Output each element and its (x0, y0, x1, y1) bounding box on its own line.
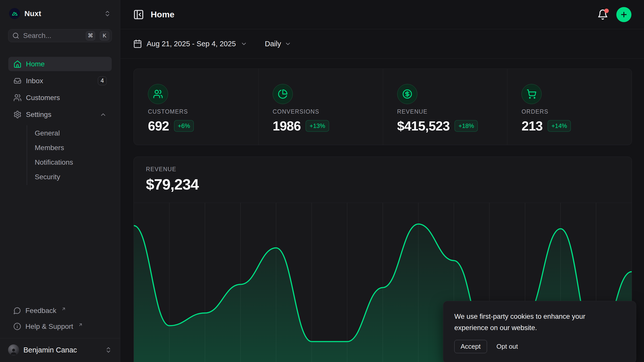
sidebar-collapse-button[interactable] (133, 9, 144, 20)
workspace-name: Nuxt (24, 9, 41, 18)
cookie-actions: Accept Opt out (454, 340, 625, 353)
workspace-switcher[interactable]: Nuxt (8, 6, 112, 22)
stat-value: 213 (521, 118, 543, 133)
nuxt-logo-icon (9, 8, 20, 19)
stat-value: 692 (148, 118, 169, 133)
sidebar-item-label: Customers (26, 94, 60, 102)
stat-card-orders[interactable]: ORDERS 213 +14% (507, 69, 632, 145)
stat-icon-badge (273, 84, 293, 104)
sidebar-nav: Home Inbox 4 Customers Settings General (8, 57, 112, 185)
stat-value: 1986 (273, 118, 301, 133)
stats-summary-card: CUSTOMERS 692 +6% CONVERSIONS 1986 +13% (134, 69, 632, 145)
header-actions (597, 7, 631, 22)
sidebar-item-notifications[interactable]: Notifications (35, 156, 112, 169)
revenue-value: $79,234 (146, 176, 620, 193)
chevron-down-icon (240, 40, 247, 47)
settings-subnav: General Members Notifications Security (27, 125, 112, 185)
opt-out-button[interactable]: Opt out (497, 343, 518, 350)
stat-change-badge: +13% (306, 120, 329, 132)
sidebar-footer: Benjamin Canac (0, 338, 120, 362)
help-support-label: Help & Support (25, 323, 73, 331)
notification-dot (604, 9, 609, 13)
plus-icon (620, 11, 628, 19)
stat-card-customers[interactable]: CUSTOMERS 692 +6% (134, 69, 258, 145)
avatar (8, 344, 19, 355)
inbox-count-badge: 4 (98, 76, 107, 85)
stat-card-revenue[interactable]: REVENUE $415,523 +18% (383, 69, 507, 145)
chevrons-up-down-icon (105, 346, 112, 353)
help-support-link[interactable]: Help & Support (8, 319, 112, 334)
accept-button[interactable]: Accept (454, 340, 487, 353)
stat-change-badge: +18% (455, 120, 478, 132)
sidebar: Nuxt Search... ⌘ K Home Inbox 4 Cust (0, 0, 120, 362)
external-link-icon (61, 306, 66, 311)
stat-value: $415,523 (397, 118, 450, 133)
chevron-up-icon (100, 111, 107, 118)
stat-change-badge: +6% (174, 120, 194, 132)
feedback-label: Feedback (25, 307, 56, 315)
notifications-button[interactable] (597, 9, 608, 20)
panel-left-close-icon (133, 9, 144, 20)
inbox-icon (13, 77, 22, 85)
stat-label: CUSTOMERS (148, 108, 244, 115)
calendar-icon (133, 39, 142, 48)
stat-icon-badge (397, 84, 417, 104)
home-icon (13, 60, 22, 68)
sidebar-item-members[interactable]: Members (35, 141, 112, 154)
message-bubble-icon (13, 307, 21, 314)
dashboard-root: Nuxt Search... ⌘ K Home Inbox 4 Cust (0, 0, 644, 362)
sidebar-item-label: Settings (26, 111, 51, 119)
shopping-cart-icon (527, 89, 537, 99)
filters-toolbar: Aug 21, 2025 - Sep 4, 2025 Daily (120, 29, 644, 59)
sidebar-secondary-links: Feedback Help & Support (0, 303, 120, 334)
users-icon (153, 89, 163, 99)
granularity-select[interactable]: Daily (265, 40, 291, 48)
gear-icon (13, 110, 22, 119)
date-range-picker[interactable]: Aug 21, 2025 - Sep 4, 2025 (133, 39, 247, 48)
sidebar-item-settings[interactable]: Settings (8, 107, 112, 122)
stat-label: ORDERS (521, 108, 618, 115)
sidebar-item-label: Inbox (26, 77, 43, 85)
revenue-panel-header: REVENUE $79,234 (134, 157, 632, 203)
granularity-label: Daily (265, 40, 281, 48)
info-circle-icon (13, 323, 21, 330)
cookie-consent-toast: We use first-party cookies to enhance yo… (443, 301, 636, 362)
sidebar-item-security[interactable]: Security (35, 170, 112, 184)
sidebar-item-inbox[interactable]: Inbox 4 (8, 74, 112, 88)
stat-label: CONVERSIONS (273, 108, 369, 115)
add-button[interactable] (616, 7, 631, 22)
chevron-down-icon (285, 40, 291, 47)
kbd-k: K (100, 31, 109, 40)
stat-card-conversions[interactable]: CONVERSIONS 1986 +13% (258, 69, 383, 145)
stat-label: REVENUE (397, 108, 493, 115)
page-header: Home (120, 0, 644, 29)
sidebar-item-general[interactable]: General (35, 127, 112, 140)
search-placeholder: Search... (23, 32, 81, 40)
revenue-label: REVENUE (146, 166, 620, 173)
search-input[interactable]: Search... ⌘ K (8, 29, 112, 42)
sidebar-item-label: Home (26, 60, 45, 68)
page-title: Home (151, 10, 174, 19)
users-icon (13, 94, 22, 102)
stat-icon-badge (148, 84, 168, 104)
user-name: Benjamin Canac (23, 346, 77, 354)
pie-chart-icon (278, 89, 288, 99)
chevrons-up-down-icon (104, 10, 111, 17)
sidebar-item-customers[interactable]: Customers (8, 90, 112, 105)
stat-change-badge: +14% (548, 120, 571, 132)
sidebar-item-home[interactable]: Home (8, 57, 112, 71)
cookie-message: We use first-party cookies to enhance yo… (454, 311, 617, 333)
kbd-cmd: ⌘ (86, 31, 95, 40)
external-link-icon (78, 322, 83, 327)
dollar-circle-icon (402, 89, 412, 99)
date-range-label: Aug 21, 2025 - Sep 4, 2025 (147, 40, 236, 48)
stat-icon-badge (521, 84, 542, 104)
feedback-link[interactable]: Feedback (8, 303, 112, 318)
search-icon (12, 32, 19, 39)
user-menu[interactable]: Benjamin Canac (5, 342, 115, 357)
